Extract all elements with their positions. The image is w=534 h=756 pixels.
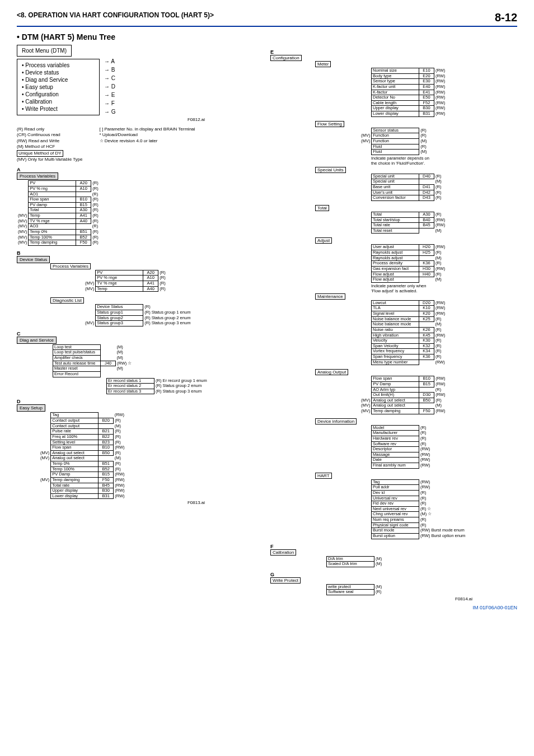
legend: (R) Read only (CR) Continuous read (RW) …: [17, 127, 264, 162]
group-g: Write Protect: [270, 577, 301, 584]
group-a: Process Variables: [17, 172, 58, 180]
fig-id: F0812.ai: [129, 117, 264, 122]
group-e: Configuration: [270, 55, 302, 61]
page-number: 8-12: [495, 11, 517, 24]
root-menu-list: • Process variables• Device status• Diag…: [17, 59, 100, 115]
group-f: Calibration: [270, 549, 296, 556]
group-c: Diag and Service: [17, 337, 57, 344]
group-b: Device Status: [17, 256, 50, 263]
group-d: Easy Setup: [17, 404, 45, 412]
root-menu-box: Root Menu (DTM): [17, 45, 72, 57]
group-a-table: PVA20(R)PV % rngA10(R)AO1(R)Flow spanB10…: [17, 180, 100, 246]
section-title: • DTM (HART 5) Menu Tree: [17, 32, 517, 41]
footer-doc-id: IM 01F06A00-01EN: [472, 605, 517, 610]
chapter-title: <8. OPERATION VIA HART CONFIGURATION TOO…: [17, 11, 214, 24]
